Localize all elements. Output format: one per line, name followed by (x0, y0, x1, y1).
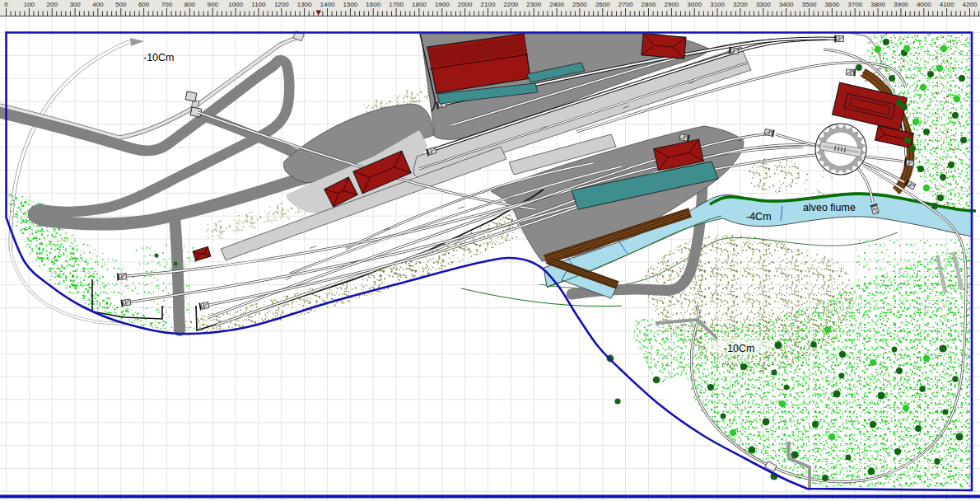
svg-text:-4Cm: -4Cm (746, 211, 772, 222)
svg-text:2800: 2800 (642, 1, 656, 8)
svg-text:3900: 3900 (894, 1, 908, 8)
svg-text:2300: 2300 (526, 1, 541, 8)
svg-text:3200: 3200 (733, 1, 748, 8)
svg-text:2200: 2200 (504, 1, 519, 8)
svg-text:-10Cm: -10Cm (143, 52, 175, 63)
svg-text:2500: 2500 (572, 1, 587, 8)
svg-text:4200: 4200 (963, 1, 978, 8)
svg-text:700: 700 (161, 1, 173, 8)
svg-text:4100: 4100 (940, 1, 954, 8)
svg-text:2400: 2400 (549, 1, 564, 8)
svg-text:3700: 3700 (847, 1, 862, 8)
svg-text:1600: 1600 (366, 1, 380, 8)
svg-text:1900: 1900 (435, 1, 450, 8)
svg-text:300: 300 (69, 1, 81, 8)
svg-text:400: 400 (92, 1, 104, 8)
svg-text:900: 900 (208, 1, 219, 8)
svg-text:1200: 1200 (274, 1, 289, 8)
svg-text:1000: 1000 (228, 1, 243, 8)
svg-text:1100: 1100 (251, 1, 266, 8)
svg-text:3100: 3100 (710, 1, 725, 8)
svg-text:3000: 3000 (687, 1, 702, 8)
svg-text:3400: 3400 (779, 1, 794, 8)
svg-text:500: 500 (115, 1, 127, 8)
svg-text:1300: 1300 (297, 1, 312, 8)
svg-text:-10Cm: -10Cm (724, 343, 755, 354)
svg-text:2900: 2900 (665, 1, 679, 8)
svg-text:4000: 4000 (917, 1, 931, 8)
svg-text:200: 200 (47, 1, 58, 8)
svg-text:2700: 2700 (618, 1, 633, 8)
svg-text:1700: 1700 (389, 1, 404, 8)
svg-text:2000: 2000 (458, 1, 473, 8)
svg-text:3500: 3500 (802, 1, 817, 8)
svg-text:2600: 2600 (595, 1, 610, 8)
svg-text:100: 100 (24, 1, 35, 8)
svg-text:1800: 1800 (412, 1, 427, 8)
svg-text:3600: 3600 (825, 1, 840, 8)
svg-text:1500: 1500 (343, 1, 358, 8)
svg-text:800: 800 (184, 1, 196, 8)
svg-text:3800: 3800 (870, 1, 885, 8)
svg-text:3300: 3300 (756, 1, 771, 8)
svg-text:600: 600 (138, 1, 150, 8)
svg-text:0: 0 (4, 1, 8, 8)
svg-text:2100: 2100 (481, 1, 496, 8)
svg-text:alveo fiume: alveo fiume (803, 202, 856, 213)
svg-text:1400: 1400 (320, 1, 335, 8)
